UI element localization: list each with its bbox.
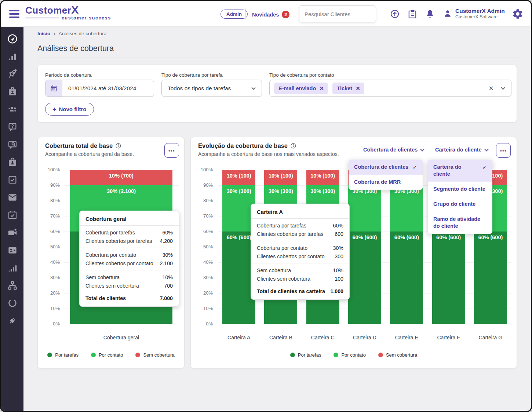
dimension-selector[interactable]: Carteira do cliente <box>435 147 488 153</box>
news-count-badge: 2 <box>282 11 289 18</box>
y-tick-label: 100% <box>201 167 213 172</box>
plus-icon: + <box>52 107 57 112</box>
bar-segment-label: 30% (300) <box>306 188 339 194</box>
sidebar-item-dashboard-gauge-icon[interactable] <box>7 33 18 44</box>
legend-dot <box>47 353 52 357</box>
chart-tooltip: Carteira A Cobertura por tarefas60% Clie… <box>251 204 350 300</box>
legend-item[interactable]: Sem cobertura <box>378 352 417 358</box>
task-type-select[interactable]: Todos os tipos de tarefas <box>161 80 262 97</box>
more-options-button[interactable] <box>164 143 179 158</box>
logo-text: CustomerX <box>25 5 111 15</box>
filter-chip-email[interactable]: E-mail enviado× <box>274 83 328 94</box>
y-tick-label: 60% <box>203 229 213 234</box>
more-options-button[interactable] <box>496 143 511 158</box>
menu-item[interactable]: Carteira do cliente✓ <box>428 160 492 182</box>
sidebar-item-mail-icon[interactable] <box>7 192 18 203</box>
y-tick-label: 50% <box>50 244 60 249</box>
bar-segment-label: 30% (300) <box>222 188 255 194</box>
settings-gear-icon[interactable] <box>512 8 524 20</box>
total-coverage-card: Cobertura total de base Acompanhe a cobe… <box>37 137 185 369</box>
news-button[interactable]: Novidades 2 <box>252 11 289 18</box>
sidebar-item-plug-icon[interactable] <box>7 315 18 326</box>
x-tick-label: Carteira C <box>302 335 344 340</box>
clipboard-icon[interactable] <box>408 9 417 19</box>
card-subtitle: Acompanhe a cobertura geral da base. <box>45 151 134 157</box>
clear-filter-icon[interactable]: × <box>489 85 493 92</box>
search-input[interactable] <box>299 6 376 22</box>
legend-item[interactable]: Por tarefas <box>290 352 321 358</box>
contact-type-multiselect[interactable]: E-mail enviado× Ticket× × <box>269 80 511 97</box>
user-menu[interactable]: CustomerX Admin CustomerX Software <box>443 8 505 19</box>
bar-segment-label: 60% (600) <box>348 234 381 240</box>
legend-item[interactable]: Sem cobertura <box>135 352 174 358</box>
sidebar-item-rocket-icon[interactable] <box>7 69 18 80</box>
sidebar-item-hierarchy-icon[interactable] <box>7 280 18 291</box>
menu-toggle-icon[interactable] <box>9 10 19 18</box>
logo-underline <box>25 18 59 19</box>
legend-dot <box>91 353 96 357</box>
app-logo: CustomerX customer success <box>25 5 111 21</box>
calendar-icon <box>45 80 62 96</box>
sidebar-item-signal-bars-icon[interactable] <box>7 262 18 273</box>
remove-chip-icon[interactable]: × <box>320 86 324 91</box>
menu-item[interactable]: Segmento do cliente <box>428 182 492 197</box>
y-tick-label: 80% <box>203 198 213 203</box>
bar-segment: 10% (100) <box>306 170 339 185</box>
y-axis: 100%90%80%70%60%50%40%30%20%10%0% <box>194 170 213 324</box>
legend-item[interactable]: Por contato <box>91 352 123 358</box>
y-tick-label: 20% <box>50 290 60 296</box>
bar-segment-label: 10% (100) <box>222 173 255 179</box>
breadcrumb-home-link[interactable]: Início <box>37 31 50 36</box>
check-icon: ✓ <box>412 164 417 171</box>
header-divider <box>245 8 246 19</box>
user-avatar-icon <box>443 9 452 18</box>
metric-selector[interactable]: Cobertura de clientes <box>363 147 424 153</box>
task-type-value: Todos os tipos de tarefas <box>162 85 252 92</box>
info-icon[interactable] <box>115 143 121 149</box>
card-subtitle: Acompanhe a cobertura de base nos mais v… <box>198 151 339 157</box>
sidebar-item-task-check-icon[interactable] <box>7 174 18 185</box>
notifications-bell-icon[interactable] <box>425 9 435 19</box>
svg-text:?: ? <box>11 124 14 129</box>
task-type-filter-label: Tipo de cobertura por tarefa <box>161 72 223 78</box>
info-icon[interactable] <box>290 143 296 149</box>
chart-legend: Por tarefasPor contatoSem cobertura <box>38 352 184 358</box>
menu-item[interactable]: Ramo de atividade do cliente <box>428 212 492 234</box>
stacked-bar[interactable]: 10% (100)30% (300)60% (600) <box>390 170 423 324</box>
y-tick-label: 0% <box>206 321 213 327</box>
sidebar-item-work-badge-icon[interactable] <box>7 86 18 97</box>
y-tick-label: 30% <box>50 275 60 280</box>
legend-item[interactable]: Por contato <box>334 352 366 358</box>
sidebar-item-team-icon[interactable] <box>7 104 18 115</box>
new-filter-button[interactable]: + Novo filtro <box>45 103 94 116</box>
sidebar-item-chat-search-icon[interactable] <box>7 139 18 150</box>
top-bar: CustomerX customer success Admin Novidad… <box>1 1 531 27</box>
sidebar-item-contact-card-icon[interactable] <box>7 245 18 256</box>
chevron-down-icon <box>484 147 488 151</box>
menu-item[interactable]: Cobertura de MRR <box>349 175 423 190</box>
y-axis: 100%90%80%70%60%50%40%30%20%10%0% <box>41 170 60 324</box>
remove-chip-icon[interactable]: × <box>356 86 360 91</box>
sidebar-item-video-add-icon[interactable] <box>7 227 18 238</box>
metric-menu: Cobertura de clientes✓Cobertura de MRR <box>349 160 423 190</box>
chevron-down-icon <box>420 147 424 151</box>
sidebar-item-bar-chart-icon[interactable] <box>7 51 18 62</box>
check-icon: ✓ <box>482 164 487 171</box>
bar-segment-label: 60% (600) <box>432 234 465 240</box>
sidebar-item-calendar-check-icon[interactable] <box>7 209 18 220</box>
y-tick-label: 0% <box>53 321 60 327</box>
menu-item[interactable]: Grupo do cliente <box>428 197 492 212</box>
bar-segment-label: 10% (100) <box>306 173 339 179</box>
menu-item[interactable]: Cobertura de clientes✓ <box>349 160 423 175</box>
filter-chip-ticket[interactable]: Ticket× <box>332 83 364 94</box>
sidebar-item-help-bubble-icon[interactable]: ? <box>7 121 18 132</box>
sidebar-item-sync-icon[interactable] <box>7 298 18 309</box>
upload-icon[interactable] <box>390 9 400 19</box>
period-date-input[interactable]: 01/01/2024 até 31/03/2024 <box>45 80 154 97</box>
bar-segment: 10% (700) <box>70 170 172 185</box>
sidebar-item-id-badge-icon[interactable] <box>7 157 18 168</box>
stacked-bar[interactable]: 10% (100)30% (300)60% (600) <box>348 170 381 324</box>
legend-item[interactable]: Por tarefas <box>47 352 79 358</box>
y-tick-label: 80% <box>50 198 60 203</box>
chart-legend: Por tarefasPor contatoSem cobertura <box>191 352 517 358</box>
